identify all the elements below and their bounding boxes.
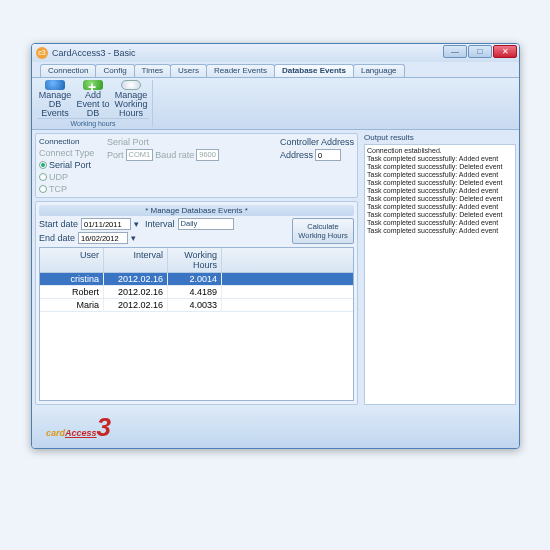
table-row[interactable]: Robert 2012.02.16 4.4189: [40, 286, 353, 299]
clock-icon: [121, 80, 141, 90]
output-title: Output results: [364, 133, 516, 142]
app-icon: c3: [36, 47, 48, 59]
tab-database-events[interactable]: Database Events: [274, 64, 354, 77]
app-window: c3 CardAccess3 - Basic — □ ✕ Connection …: [31, 43, 520, 449]
baud-select[interactable]: 9600: [196, 149, 219, 161]
add-icon: [83, 80, 103, 90]
output-log: Connection established.Task completed su…: [364, 144, 516, 405]
manage-db-events-button[interactable]: Manage DB Events: [37, 80, 73, 118]
manage-db-events-panel: * Manage Database Events * Start date▾ E…: [35, 201, 358, 405]
titlebar[interactable]: c3 CardAccess3 - Basic — □ ✕: [32, 44, 519, 62]
col-hours[interactable]: Working Hours: [168, 248, 222, 272]
start-date-input[interactable]: [81, 218, 131, 230]
manage-working-hours-button[interactable]: Manage Working Hours: [113, 80, 149, 118]
tab-users[interactable]: Users: [170, 64, 207, 77]
serial-port-radio[interactable]: [39, 161, 47, 169]
port-select[interactable]: COM1: [126, 149, 154, 161]
end-date-input[interactable]: [78, 232, 128, 244]
calculate-working-hours-button[interactable]: Calculate Working Hours: [292, 218, 354, 244]
footer-brand: cardAccess3: [32, 406, 519, 448]
tcp-radio[interactable]: [39, 185, 47, 193]
address-input[interactable]: [315, 149, 341, 161]
col-user[interactable]: User: [40, 248, 104, 272]
connection-panel: Connection Connect Type Serial Port UDP …: [35, 133, 358, 198]
ribbon-group-label: Working hours: [37, 118, 149, 127]
table-row[interactable]: Maria 2012.02.16 4.0033: [40, 299, 353, 312]
calendar-icon[interactable]: ▾: [134, 219, 139, 229]
ribbon: Manage DB Events Add Event to DB Manage …: [32, 78, 519, 130]
col-interval[interactable]: Interval: [104, 248, 168, 272]
udp-radio[interactable]: [39, 173, 47, 181]
tab-language[interactable]: Language: [353, 64, 405, 77]
minimize-button[interactable]: —: [443, 45, 467, 58]
database-icon: [45, 80, 65, 90]
results-table: User Interval Working Hours cristina 201…: [39, 247, 354, 401]
main-tabs: Connection Config Times Users Reader Eve…: [32, 62, 519, 78]
close-button[interactable]: ✕: [493, 45, 517, 58]
maximize-button[interactable]: □: [468, 45, 492, 58]
connection-title: Connection: [39, 137, 101, 146]
tab-times[interactable]: Times: [134, 64, 171, 77]
tab-config[interactable]: Config: [95, 64, 134, 77]
ribbon-group-working-hours: Manage DB Events Add Event to DB Manage …: [34, 80, 153, 127]
tab-reader-events[interactable]: Reader Events: [206, 64, 275, 77]
window-title: CardAccess3 - Basic: [52, 48, 136, 58]
mdb-title: * Manage Database Events *: [39, 205, 354, 216]
add-event-to-db-button[interactable]: Add Event to DB: [75, 80, 111, 118]
table-row[interactable]: cristina 2012.02.16 2.0014: [40, 273, 353, 286]
interval-select[interactable]: Daily: [178, 218, 234, 230]
tab-connection[interactable]: Connection: [40, 64, 96, 77]
calendar-icon[interactable]: ▾: [131, 233, 136, 243]
